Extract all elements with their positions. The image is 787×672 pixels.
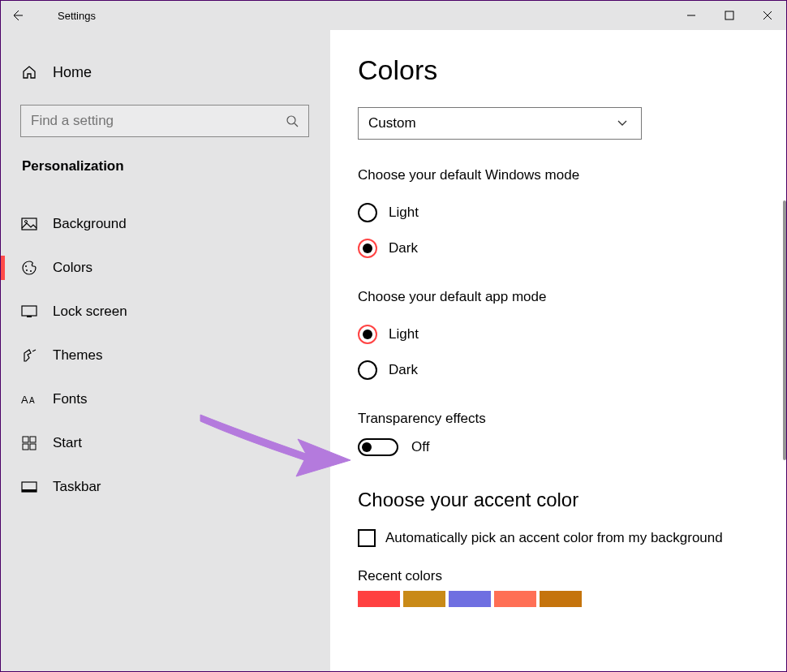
svg-rect-12 xyxy=(27,316,32,317)
svg-text:A: A xyxy=(29,396,35,405)
color-swatch[interactable] xyxy=(449,591,491,607)
chevron-down-icon xyxy=(617,116,631,131)
maximize-button[interactable] xyxy=(710,1,748,30)
transparency-toggle[interactable] xyxy=(358,438,398,456)
close-button[interactable] xyxy=(748,1,786,30)
svg-point-7 xyxy=(25,221,28,223)
radio-label: Light xyxy=(389,205,419,221)
scrollbar[interactable] xyxy=(781,200,786,663)
lockscreen-icon xyxy=(20,305,38,318)
background-icon xyxy=(20,218,38,230)
app-mode-label: Choose your default app mode xyxy=(358,289,759,305)
accent-heading: Choose your accent color xyxy=(358,489,759,511)
start-icon xyxy=(20,436,38,450)
windows-mode-group: Light Dark xyxy=(358,195,759,266)
sidebar-item-label: Colors xyxy=(53,260,92,276)
windows-mode-dark[interactable]: Dark xyxy=(358,230,759,266)
window-controls xyxy=(672,1,786,30)
sidebar-item-label: Fonts xyxy=(53,391,88,407)
minimize-icon xyxy=(686,11,696,20)
app-mode-dark[interactable]: Dark xyxy=(358,352,759,388)
sidebar-item-label: Taskbar xyxy=(53,479,101,495)
sidebar-item-themes[interactable]: Themes xyxy=(1,334,330,377)
color-swatch[interactable] xyxy=(358,591,400,607)
svg-point-4 xyxy=(287,116,295,124)
sidebar-item-label: Lock screen xyxy=(53,304,127,320)
sidebar-item-colors[interactable]: Colors xyxy=(1,246,330,290)
body: Home Personalization Background xyxy=(1,30,786,671)
home-label: Home xyxy=(53,64,92,81)
radio-label: Dark xyxy=(389,240,418,256)
svg-text:A: A xyxy=(21,394,28,406)
radio-icon xyxy=(358,239,377,258)
radio-label: Light xyxy=(389,326,419,342)
sidebar-item-start[interactable]: Start xyxy=(1,421,330,465)
close-icon xyxy=(763,11,772,20)
sidebar-item-background[interactable]: Background xyxy=(1,202,330,246)
search-icon xyxy=(276,114,308,127)
sidebar-item-taskbar[interactable]: Taskbar xyxy=(1,465,330,509)
back-button[interactable] xyxy=(1,1,33,30)
app-mode-light[interactable]: Light xyxy=(358,317,759,352)
svg-point-8 xyxy=(25,265,27,267)
windows-mode-label: Choose your default Windows mode xyxy=(358,167,759,183)
sidebar-item-lockscreen[interactable]: Lock screen xyxy=(1,290,330,334)
search-box[interactable] xyxy=(20,105,309,137)
dropdown-value: Custom xyxy=(368,115,617,131)
sidebar-item-label: Background xyxy=(53,216,127,232)
auto-accent-label: Automatically pick an accent color from … xyxy=(385,530,723,546)
titlebar: Settings xyxy=(1,1,786,30)
svg-rect-16 xyxy=(30,437,36,442)
checkbox-icon xyxy=(358,529,376,547)
svg-rect-17 xyxy=(23,444,28,450)
recent-colors xyxy=(358,591,759,607)
back-arrow-icon xyxy=(10,8,24,23)
page-title: Colors xyxy=(358,54,759,86)
content-inner: Colors Custom Choose your default Window… xyxy=(330,30,786,631)
color-mode-dropdown[interactable]: Custom xyxy=(358,107,642,140)
sidebar: Home Personalization Background xyxy=(1,30,330,671)
settings-window: Settings Home xyxy=(0,0,787,672)
recent-colors-label: Recent colors xyxy=(358,568,759,584)
color-swatch[interactable] xyxy=(540,591,582,607)
svg-rect-11 xyxy=(22,306,37,316)
scrollbar-thumb[interactable] xyxy=(783,200,786,460)
window-title: Settings xyxy=(58,10,96,22)
color-swatch[interactable] xyxy=(494,591,536,607)
color-swatch[interactable] xyxy=(403,591,445,607)
windows-mode-light[interactable]: Light xyxy=(358,195,759,230)
nav-list: Background Colors Lock screen Themes AA … xyxy=(1,202,330,509)
svg-rect-20 xyxy=(22,489,37,492)
transparency-label: Transparency effects xyxy=(358,411,759,427)
home-button[interactable]: Home xyxy=(1,54,330,90)
svg-line-5 xyxy=(295,123,298,127)
sidebar-item-label: Themes xyxy=(53,347,102,364)
auto-accent-checkbox-row[interactable]: Automatically pick an accent color from … xyxy=(358,529,759,547)
section-title: Personalization xyxy=(1,144,330,179)
content: Colors Custom Choose your default Window… xyxy=(330,30,786,671)
sidebar-item-label: Start xyxy=(53,435,82,451)
search-input[interactable] xyxy=(31,113,276,129)
radio-label: Dark xyxy=(389,362,418,378)
svg-rect-1 xyxy=(725,11,733,19)
app-mode-group: Light Dark xyxy=(358,317,759,388)
maximize-icon xyxy=(725,11,734,20)
minimize-button[interactable] xyxy=(672,1,710,30)
radio-icon xyxy=(358,325,377,344)
taskbar-icon xyxy=(20,481,38,493)
svg-point-9 xyxy=(26,269,28,271)
colors-icon xyxy=(20,260,38,276)
radio-icon xyxy=(358,360,377,380)
home-icon xyxy=(20,64,38,80)
transparency-toggle-row: Off xyxy=(358,438,759,456)
svg-point-10 xyxy=(30,270,32,272)
toggle-knob xyxy=(362,442,372,452)
sidebar-item-fonts[interactable]: AA Fonts xyxy=(1,377,330,421)
transparency-state: Off xyxy=(411,439,429,455)
radio-icon xyxy=(358,203,377,222)
search-wrap xyxy=(20,105,311,137)
themes-icon xyxy=(20,348,38,363)
svg-rect-6 xyxy=(22,218,37,230)
svg-rect-15 xyxy=(23,437,28,442)
svg-rect-18 xyxy=(30,444,36,450)
